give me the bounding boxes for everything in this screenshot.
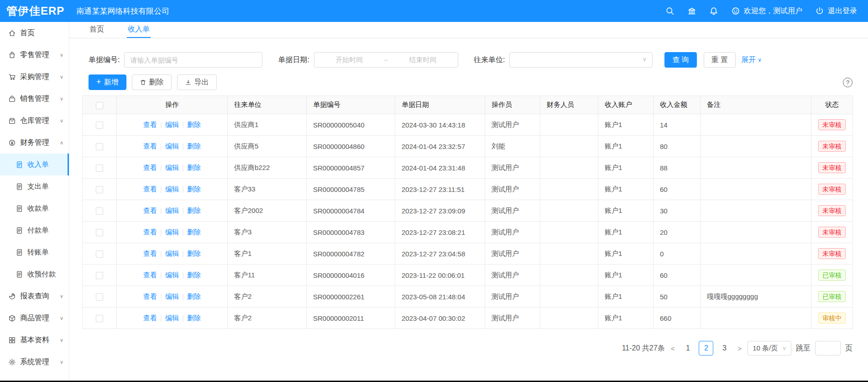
bill-no-input[interactable] — [124, 52, 262, 68]
row-checkbox[interactable] — [96, 315, 103, 322]
jump-page-input[interactable] — [815, 341, 841, 355]
view-link[interactable]: 查看 — [143, 121, 157, 128]
cell-income-account: 账户1 — [598, 308, 654, 329]
table-row: 查看|编辑|删除供应商5SR000000048602024-01-04 23:3… — [83, 136, 853, 157]
edit-link[interactable]: 编辑 — [165, 314, 179, 322]
delete-link[interactable]: 删除 — [187, 207, 201, 214]
cell-income-amount: 660 — [654, 308, 701, 329]
sidebar-item-goods[interactable]: 商品管理∨ — [0, 307, 69, 329]
cell-remark: 嘎嘎嘎gggggggg — [701, 286, 811, 308]
row-checkbox[interactable] — [96, 143, 103, 150]
document-icon — [16, 271, 23, 278]
sidebar-subitem-advance[interactable]: 收预付款 — [0, 263, 69, 285]
view-link[interactable]: 查看 — [143, 271, 157, 279]
next-page-button[interactable]: > — [736, 345, 743, 352]
edit-link[interactable]: 编辑 — [165, 185, 179, 193]
delete-link[interactable]: 删除 — [187, 249, 201, 257]
logout-button[interactable]: 退出登录 — [815, 6, 857, 16]
reset-button[interactable]: 重 置 — [704, 52, 736, 68]
cell-remark — [701, 114, 811, 136]
delete-link[interactable]: 删除 — [187, 292, 201, 300]
edit-link[interactable]: 编辑 — [165, 142, 179, 150]
row-checkbox[interactable] — [96, 229, 103, 236]
sidebar-subitem-expense[interactable]: 支出单 — [0, 175, 69, 197]
delete-link[interactable]: 删除 — [187, 121, 201, 128]
view-link[interactable]: 查看 — [143, 185, 157, 193]
edit-link[interactable]: 编辑 — [165, 292, 179, 300]
delete-link[interactable]: 删除 — [187, 185, 201, 193]
date-range-input[interactable]: 开始时间 ~ 结束时间 — [314, 52, 458, 68]
row-checkbox[interactable] — [96, 186, 103, 193]
edit-link[interactable]: 编辑 — [165, 228, 179, 236]
tab-home[interactable]: 首页 — [89, 22, 105, 38]
sidebar-item-finance[interactable]: 财务管理∧ — [0, 132, 69, 154]
page-size-select[interactable]: 10 条/页 ∨ — [748, 341, 791, 355]
search-icon[interactable] — [665, 6, 675, 16]
welcome-user[interactable]: 欢迎您，测试用户 — [731, 6, 802, 16]
notification-bell-icon[interactable] — [709, 6, 718, 16]
delete-link[interactable]: 删除 — [187, 228, 201, 236]
sidebar-item-report[interactable]: 报表查询∨ — [0, 285, 69, 307]
sidebar-item-home[interactable]: 首页 — [0, 22, 69, 44]
tab-bar: 首页 收入单 — [69, 22, 868, 38]
sidebar-item-purchase[interactable]: 采购管理∨ — [0, 66, 69, 88]
delete-link[interactable]: 删除 — [187, 164, 201, 171]
edit-link[interactable]: 编辑 — [165, 271, 179, 279]
sidebar-subitem-transfer[interactable]: 转账单 — [0, 241, 69, 263]
view-link[interactable]: 查看 — [143, 292, 157, 300]
column-header-operator: 操作员 — [485, 96, 540, 114]
sidebar-subitem-income[interactable]: 收入单 — [0, 154, 69, 175]
expand-link[interactable]: 展开 ∨ — [741, 55, 762, 65]
row-checkbox[interactable] — [96, 207, 103, 215]
tab-income-bill[interactable]: 收入单 — [127, 22, 151, 38]
row-checkbox[interactable] — [96, 293, 103, 301]
cell-unit: 客户3 — [228, 222, 307, 243]
cell-bill-date: 2023-12-27 23:11:51 — [395, 179, 485, 200]
row-checkbox[interactable] — [96, 122, 103, 129]
page-button-2[interactable]: 2 — [699, 341, 713, 355]
status-badge: 未审核 — [818, 227, 846, 238]
export-button[interactable]: 导出 — [177, 74, 217, 90]
edit-link[interactable]: 编辑 — [165, 164, 179, 171]
unit-select[interactable]: ∨ — [509, 52, 653, 68]
sidebar-item-system[interactable]: 系统管理∨ — [0, 351, 69, 373]
page-button-1[interactable]: 1 — [680, 341, 695, 355]
sidebar-item-label: 财务管理 — [20, 138, 49, 148]
view-link[interactable]: 查看 — [143, 314, 157, 322]
delete-link[interactable]: 删除 — [187, 314, 201, 322]
sidebar-item-warehouse[interactable]: 仓库管理∨ — [0, 110, 69, 132]
add-button[interactable]: + 新增 — [89, 74, 126, 90]
row-checkbox[interactable] — [96, 164, 103, 172]
view-link[interactable]: 查看 — [143, 228, 157, 236]
edit-link[interactable]: 编辑 — [165, 249, 179, 257]
top-header: 管伊佳ERP 南通某某网络科技有限公司 欢迎您，测试用户 — [0, 0, 868, 22]
table-row: 查看|编辑|删除供应商b222SR000000048572024-01-04 2… — [83, 157, 853, 179]
help-icon[interactable]: ? — [843, 78, 852, 87]
sidebar-subitem-payment[interactable]: 付款单 — [0, 219, 69, 241]
cell-income-account: 账户1 — [598, 136, 654, 157]
page-button-3[interactable]: 3 — [717, 341, 732, 355]
row-checkbox[interactable] — [96, 250, 103, 258]
sidebar-item-retail[interactable]: 零售管理∨ — [0, 44, 69, 66]
view-link[interactable]: 查看 — [143, 164, 157, 171]
select-all-checkbox[interactable] — [96, 102, 103, 109]
delete-link[interactable]: 删除 — [187, 271, 201, 279]
sidebar-item-basic[interactable]: 基本资料∨ — [0, 329, 69, 351]
search-button[interactable]: 查 询 — [664, 52, 696, 68]
cell-bill-date: 2024-01-04 23:31:48 — [395, 157, 485, 179]
delete-link[interactable]: 删除 — [187, 142, 201, 150]
cell-bill-no: SR00000004782 — [307, 243, 395, 265]
view-link[interactable]: 查看 — [143, 207, 157, 214]
sidebar-item-sale[interactable]: 销售管理∨ — [0, 88, 69, 110]
edit-link[interactable]: 编辑 — [165, 121, 179, 128]
row-checkbox[interactable] — [96, 272, 103, 279]
edit-link[interactable]: 编辑 — [165, 207, 179, 214]
cell-remark — [701, 222, 811, 243]
sidebar-subitem-receipt[interactable]: 收款单 — [0, 197, 69, 219]
bank-icon[interactable] — [687, 6, 696, 16]
view-link[interactable]: 查看 — [143, 142, 157, 150]
delete-button[interactable]: 删除 — [132, 74, 172, 90]
prev-page-button[interactable]: < — [669, 345, 676, 352]
cell-bill-no: SR00000005040 — [307, 114, 395, 136]
view-link[interactable]: 查看 — [143, 249, 157, 257]
